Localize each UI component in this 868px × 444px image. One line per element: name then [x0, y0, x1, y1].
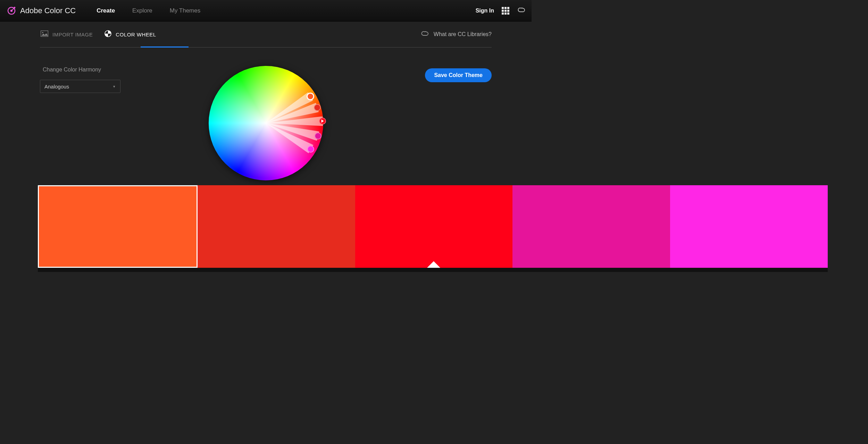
content: IMPORT IMAGE COLOR WHEEL What are CC Lib… [0, 22, 532, 93]
controls-row: Change Color Harmony Analogous ▾ Save Co… [40, 67, 492, 93]
color-wheel[interactable] [209, 66, 323, 180]
color-wheel-icon [105, 30, 111, 39]
tab-color-wheel[interactable]: COLOR WHEEL [104, 22, 157, 48]
wheel-handle[interactable] [319, 118, 326, 125]
tab-color-wheel-label: COLOR WHEEL [116, 32, 156, 37]
swatch[interactable] [512, 185, 532, 268]
nav-create[interactable]: Create [97, 7, 115, 14]
logo-group: Adobe Color CC [7, 6, 76, 15]
wheel-handle[interactable] [314, 104, 321, 111]
wheel-handle[interactable] [307, 146, 314, 153]
tab-import-image[interactable]: IMPORT IMAGE [40, 22, 93, 48]
image-icon [41, 31, 48, 38]
swatch[interactable] [355, 185, 513, 268]
chevron-down-icon: ▾ [113, 84, 115, 89]
swatch-baseline [38, 268, 532, 272]
apps-grid-icon[interactable] [502, 7, 509, 15]
creative-cloud-icon[interactable] [517, 6, 525, 16]
swatch-row [38, 185, 532, 268]
harmony-select[interactable]: Analogous ▾ [40, 80, 120, 93]
swatch[interactable] [198, 185, 355, 268]
nav-explore[interactable]: Explore [132, 7, 152, 14]
wheel-handle[interactable] [307, 93, 314, 100]
active-tab-underline [141, 46, 189, 48]
creative-cloud-icon [420, 29, 429, 39]
adobe-color-logo-icon [7, 6, 16, 15]
main-nav: Create Explore My Themes [97, 7, 200, 14]
tab-import-image-label: IMPORT IMAGE [52, 32, 93, 37]
wheel-handle[interactable] [315, 133, 322, 139]
color-wheel-wrap [209, 66, 323, 180]
save-theme-button[interactable]: Save Color Theme [425, 68, 492, 82]
swatch[interactable] [38, 185, 198, 268]
nav-my-themes[interactable]: My Themes [170, 7, 201, 14]
signin-link[interactable]: Sign In [476, 8, 494, 14]
cc-libraries-label: What are CC Libraries? [434, 31, 492, 37]
cc-libraries-link[interactable]: What are CC Libraries? [420, 29, 492, 39]
app-title: Adobe Color CC [20, 6, 76, 15]
topbar-right: Sign In [476, 6, 525, 16]
subnav: IMPORT IMAGE COLOR WHEEL What are CC Lib… [40, 22, 492, 48]
harmony-block: Change Color Harmony Analogous ▾ [40, 67, 120, 93]
harmony-select-value: Analogous [44, 84, 69, 89]
harmony-label: Change Color Harmony [40, 67, 120, 73]
topbar: Adobe Color CC Create Explore My Themes … [0, 0, 532, 22]
svg-point-5 [42, 32, 43, 33]
